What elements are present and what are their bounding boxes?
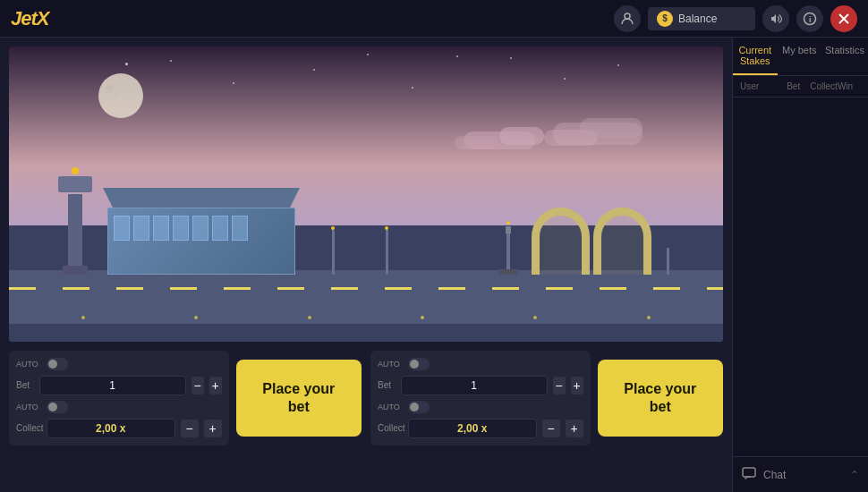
star	[367, 54, 369, 55]
star	[510, 57, 512, 59]
collect-plus-1[interactable]: +	[204, 420, 222, 437]
place-bet-button-1[interactable]: Place your bet	[236, 360, 362, 437]
balance-box: $ Balance	[648, 7, 755, 30]
moon	[98, 73, 143, 118]
tab-statistics[interactable]: Statistics	[821, 38, 868, 75]
auto-toggle-1[interactable]	[47, 358, 68, 370]
balance-label: Balance	[678, 13, 717, 25]
bet-controls-1: AUTO Bet − + AUTO	[9, 351, 229, 445]
col-win: Win	[838, 81, 861, 91]
collect-value-1: 2,00 x	[47, 419, 175, 438]
lamp-post-2	[385, 226, 388, 275]
sound-icon[interactable]	[762, 5, 789, 32]
chat-label: Chat	[763, 469, 786, 481]
toggle-knob-2b	[410, 403, 419, 411]
tab-my-bets[interactable]: My bets	[778, 38, 822, 75]
arch-1	[532, 208, 590, 275]
tab-current-stakes[interactable]: Current Stakes	[733, 38, 778, 75]
control-tower	[58, 167, 92, 275]
logo-text: Jet	[11, 7, 37, 30]
bet-label-1: Bet	[16, 380, 34, 390]
moon-crater	[115, 93, 119, 98]
collect-minus-1[interactable]: −	[181, 420, 199, 437]
hangar-arches	[532, 208, 651, 275]
collect-row-1: Collect 2,00 x − +	[16, 419, 222, 438]
collect-label-2: Collect	[378, 423, 403, 433]
game-area: AUTO Bet − + AUTO	[0, 38, 732, 492]
chat-expand-icon: ⌃	[850, 469, 859, 481]
right-panel: Current Stakes My bets Statistics User B…	[732, 38, 868, 492]
svg-text:i: i	[809, 15, 812, 24]
bet-amount-row-1: Bet − +	[16, 376, 222, 395]
bet-input-1[interactable]	[39, 376, 186, 395]
svg-rect-10	[580, 118, 642, 138]
clouds	[446, 96, 669, 158]
col-bet: Bet	[787, 81, 810, 91]
star	[313, 69, 315, 71]
logo: JetX	[11, 7, 48, 30]
auto-toggle-2b[interactable]	[408, 401, 430, 413]
auto-row-1b: AUTO	[16, 401, 222, 413]
bet-plus-1[interactable]: +	[209, 377, 222, 394]
auto-label-2b: AUTO	[378, 403, 403, 411]
close-icon[interactable]	[830, 5, 857, 32]
chat-icon	[742, 467, 756, 482]
star	[412, 87, 413, 89]
tower-beacon	[72, 167, 79, 174]
arch-2	[593, 208, 651, 275]
toggle-knob-2	[410, 360, 419, 369]
collect-label-1: Collect	[16, 423, 41, 433]
star	[233, 82, 234, 84]
auto-label-1b: AUTO	[16, 403, 41, 411]
collect-plus-2[interactable]: +	[566, 420, 583, 437]
tower-base	[63, 266, 88, 275]
moon-crater	[106, 84, 113, 91]
bet-amount-row-2: Bet − +	[378, 376, 583, 395]
bet-controls-2: AUTO Bet − + AUTO	[370, 351, 591, 445]
main-layout: AUTO Bet − + AUTO	[0, 38, 868, 492]
runway-markings	[9, 287, 723, 290]
tower-cab	[58, 176, 92, 192]
header-controls: $ Balance i	[614, 5, 857, 32]
auto-label-2: AUTO	[378, 360, 403, 369]
bet-minus-1[interactable]: −	[191, 377, 204, 394]
info-icon[interactable]: i	[796, 5, 823, 32]
bet-unit-1: AUTO Bet − + AUTO	[9, 351, 362, 445]
header: JetX $ Balance i	[0, 0, 868, 38]
betting-panel: AUTO Bet − + AUTO	[0, 351, 732, 445]
bet-plus-2[interactable]: +	[571, 377, 583, 394]
bet-input-2[interactable]	[401, 376, 548, 395]
auto-row-2b: AUTO	[378, 401, 583, 413]
svg-point-0	[625, 13, 630, 19]
collect-minus-2[interactable]: −	[542, 420, 560, 437]
tabs: Current Stakes My bets Statistics	[733, 38, 868, 76]
collect-row-2: Collect 2,00 x − +	[378, 419, 583, 438]
lamp-post-1	[331, 226, 335, 275]
profile-icon[interactable]	[614, 5, 641, 32]
col-user: User	[740, 81, 787, 91]
auto-toggle-2[interactable]	[408, 358, 430, 370]
bet-unit-2: AUTO Bet − + AUTO	[370, 351, 723, 445]
tower-body	[68, 194, 82, 266]
bet-minus-2[interactable]: −	[553, 377, 566, 394]
auto-row-1: AUTO	[16, 358, 222, 370]
bet-label-2: Bet	[378, 380, 396, 390]
toggle-knob-1	[48, 360, 57, 369]
star	[170, 60, 172, 62]
svg-rect-7	[499, 127, 544, 145]
balance-coin-icon: $	[657, 11, 673, 27]
star	[125, 63, 128, 65]
fence-right	[667, 248, 669, 275]
toggle-knob-1b	[48, 403, 57, 411]
table-header: User Bet Collect Win	[733, 76, 868, 98]
game-scene	[9, 47, 723, 342]
place-bet-button-2[interactable]: Place your bet	[598, 360, 723, 437]
star	[564, 78, 566, 80]
auto-label-1: AUTO	[16, 360, 41, 369]
chat-area[interactable]: Chat ⌃	[733, 456, 868, 492]
svg-rect-6	[455, 136, 499, 149]
table-body	[733, 98, 868, 456]
terminal-building	[103, 188, 300, 275]
auto-row-2: AUTO	[378, 358, 583, 370]
auto-toggle-1b[interactable]	[47, 401, 68, 413]
